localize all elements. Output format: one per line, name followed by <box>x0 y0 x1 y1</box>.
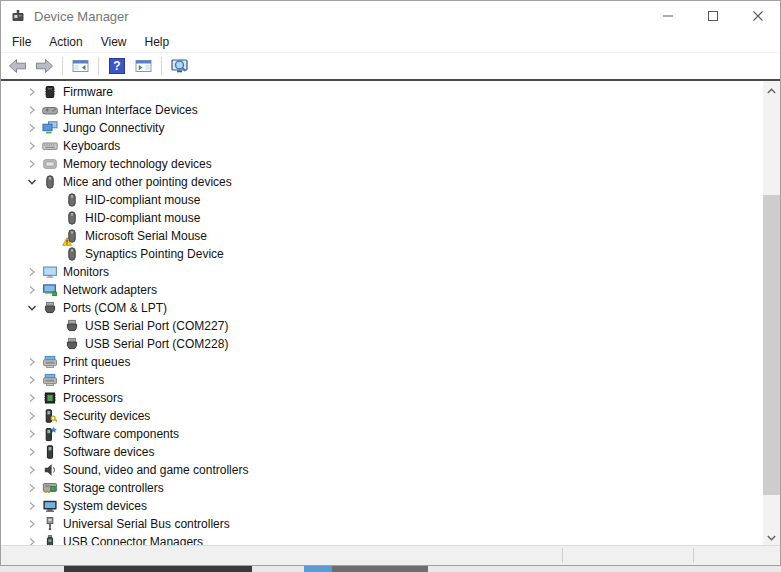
chevron-collapsed-icon[interactable] <box>23 425 41 443</box>
tree-item-label: Mice and other pointing devices <box>63 175 232 189</box>
tree-item-label: Software components <box>63 427 179 441</box>
device-manager-app-icon <box>10 8 26 24</box>
close-icon <box>753 9 763 24</box>
chevron-collapsed-icon[interactable] <box>23 533 41 545</box>
tree-item[interactable]: Printers <box>1 371 763 389</box>
menu-action[interactable]: Action <box>40 32 91 52</box>
chevron-collapsed-icon[interactable] <box>23 407 41 425</box>
chevron-collapsed-icon[interactable] <box>23 155 41 173</box>
tree-item[interactable]: Security devices <box>1 407 763 425</box>
titlebar[interactable]: Device Manager <box>1 1 780 31</box>
chevron-collapsed-icon[interactable] <box>23 281 41 299</box>
tree-item-label: Synaptics Pointing Device <box>85 247 224 261</box>
scan-hardware-changes-icon[interactable] <box>166 54 193 78</box>
chevron-collapsed-icon[interactable] <box>23 263 41 281</box>
chevron-collapsed-icon[interactable] <box>23 353 41 371</box>
chevron-spacer <box>45 227 63 245</box>
tree-item-label: Software devices <box>63 445 154 459</box>
forward-icon[interactable] <box>31 54 58 78</box>
tree-item[interactable]: Mice and other pointing devices <box>1 173 763 191</box>
serial-port-icon <box>63 318 81 334</box>
tree-item[interactable]: Memory technology devices <box>1 155 763 173</box>
status-bar <box>1 545 780 565</box>
chevron-expanded-icon[interactable] <box>23 173 41 191</box>
computer-icon <box>41 498 59 514</box>
chevron-collapsed-icon[interactable] <box>23 479 41 497</box>
tree-item[interactable]: Network adapters <box>1 281 763 299</box>
tree-item[interactable]: Firmware <box>1 83 763 101</box>
device-manager-window: Device Manager FileActionViewHelp ? Firm… <box>0 0 781 566</box>
chevron-collapsed-icon[interactable] <box>23 443 41 461</box>
tree-item-label: Memory technology devices <box>63 157 212 171</box>
tree-item[interactable]: HID-compliant mouse <box>1 191 763 209</box>
window-title: Device Manager <box>34 9 129 24</box>
chevron-collapsed-icon[interactable] <box>23 119 41 137</box>
chevron-collapsed-icon[interactable] <box>23 515 41 533</box>
maximize-button[interactable] <box>690 1 735 31</box>
menu-help[interactable]: Help <box>136 32 179 52</box>
tree-item[interactable]: System devices <box>1 497 763 515</box>
back-icon[interactable] <box>4 54 31 78</box>
chevron-collapsed-icon[interactable] <box>23 389 41 407</box>
vertical-scrollbar[interactable] <box>763 81 780 545</box>
tree-item[interactable]: Processors <box>1 389 763 407</box>
tree-item[interactable]: Keyboards <box>1 137 763 155</box>
tree-item[interactable]: Print queues <box>1 353 763 371</box>
chevron-collapsed-icon[interactable] <box>23 371 41 389</box>
background-window-fragment <box>0 566 64 572</box>
chevron-collapsed-icon[interactable] <box>23 101 41 119</box>
tree-item-label: Network adapters <box>63 283 157 297</box>
dual-monitor-icon <box>41 120 59 136</box>
gamepad-icon <box>41 102 59 118</box>
tree-item-label: HID-compliant mouse <box>85 193 200 207</box>
tree-item[interactable]: Microsoft Serial Mouse <box>1 227 763 245</box>
serial-port-icon <box>41 300 59 316</box>
tree-item-label: Keyboards <box>63 139 120 153</box>
tree-item[interactable]: Monitors <box>1 263 763 281</box>
menu-file[interactable]: File <box>3 32 40 52</box>
chevron-spacer <box>45 191 63 209</box>
tree-item[interactable]: Jungo Connectivity <box>1 119 763 137</box>
status-pane <box>694 546 780 565</box>
chevron-collapsed-icon[interactable] <box>23 83 41 101</box>
help-icon[interactable]: ? <box>103 54 130 78</box>
tree-item[interactable]: Human Interface Devices <box>1 101 763 119</box>
close-button[interactable] <box>735 1 780 31</box>
tree-item[interactable]: USB Serial Port (COM228) <box>1 335 763 353</box>
tree-item[interactable]: Storage controllers <box>1 479 763 497</box>
show-action-pane-icon[interactable] <box>130 54 157 78</box>
scroll-down-button[interactable] <box>763 528 780 545</box>
tree-item[interactable]: Sound, video and game controllers <box>1 461 763 479</box>
toolbar-separator <box>62 57 63 75</box>
tree-item[interactable]: Ports (COM & LPT) <box>1 299 763 317</box>
minimize-button[interactable] <box>645 1 690 31</box>
chevron-collapsed-icon[interactable] <box>23 497 41 515</box>
chevron-expanded-icon[interactable] <box>23 299 41 317</box>
scroll-up-button[interactable] <box>763 81 780 98</box>
status-pane <box>1 546 562 565</box>
status-pane <box>563 546 693 565</box>
network-adapter-icon <box>41 282 59 298</box>
chevron-collapsed-icon[interactable] <box>23 461 41 479</box>
tree-item[interactable]: Universal Serial Bus controllers <box>1 515 763 533</box>
background-window-strip <box>0 566 781 572</box>
scrollbar-thumb[interactable] <box>763 195 780 495</box>
tree-item-label: HID-compliant mouse <box>85 211 200 225</box>
tree-item[interactable]: Software components <box>1 425 763 443</box>
tree-item[interactable]: Software devices <box>1 443 763 461</box>
show-console-tree-icon[interactable] <box>67 54 94 78</box>
tree-item-label: Sound, video and game controllers <box>63 463 248 477</box>
tree-item[interactable]: HID-compliant mouse <box>1 209 763 227</box>
keyboard-icon <box>41 138 59 154</box>
tree-item[interactable]: Synaptics Pointing Device <box>1 245 763 263</box>
speaker-icon <box>41 462 59 478</box>
svg-text:?: ? <box>113 59 120 73</box>
printer-icon <box>41 372 59 388</box>
tree-item[interactable]: USB Serial Port (COM227) <box>1 317 763 335</box>
chevron-collapsed-icon[interactable] <box>23 137 41 155</box>
chip-icon <box>41 84 59 100</box>
menu-view[interactable]: View <box>92 32 136 52</box>
tree-item[interactable]: USB Connector Managers <box>1 533 763 545</box>
chevron-spacer <box>45 209 63 227</box>
mouse-icon <box>41 174 59 190</box>
